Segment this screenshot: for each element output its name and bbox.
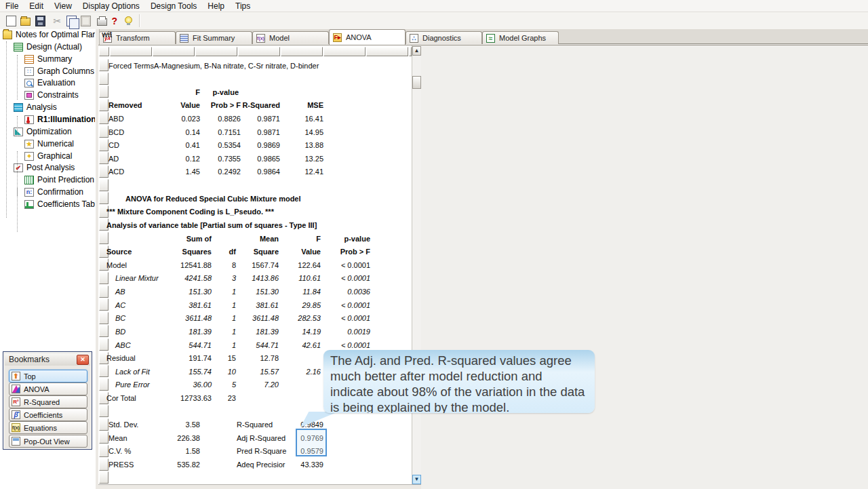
evaluation-icon bbox=[24, 79, 34, 87]
reduction-row: BCD0.140.71510.987114.95 bbox=[98, 127, 412, 138]
tree-item-coefficients-table[interactable]: Coefficients Table bbox=[24, 199, 101, 210]
report-value: < 0.0001 bbox=[282, 273, 370, 283]
bookmarks-close-button[interactable]: ✕ bbox=[77, 355, 89, 365]
tree-item-label: Summary bbox=[37, 54, 72, 64]
tree-item-constraints[interactable]: Constraints bbox=[24, 90, 79, 100]
tab-label: Diagnostics bbox=[422, 34, 461, 42]
report-value: 535.82 bbox=[112, 459, 200, 470]
report-text: A-Magnesium, B-Na nitrate, C-Sr nitrate,… bbox=[154, 60, 319, 71]
menu-view[interactable]: View bbox=[49, 1, 77, 12]
grid-column-header[interactable] bbox=[238, 47, 280, 56]
cut-icon: ✂ bbox=[54, 16, 62, 26]
tab-fit-summary[interactable]: Fit Summary bbox=[176, 31, 252, 44]
help-button[interactable]: ? bbox=[109, 14, 123, 27]
cut-button[interactable]: ✂ bbox=[51, 14, 64, 27]
model-icon: f(x) bbox=[256, 34, 265, 43]
menu-edit[interactable]: Edit bbox=[24, 1, 49, 12]
report-value: 16.41 bbox=[235, 113, 323, 124]
confirmation-icon: n: bbox=[24, 188, 34, 197]
save-button[interactable] bbox=[33, 14, 47, 27]
open-button[interactable] bbox=[18, 14, 32, 27]
print-button[interactable] bbox=[95, 14, 108, 27]
grid-column-header[interactable] bbox=[281, 47, 323, 56]
bookmark-label: ANOVA bbox=[24, 385, 50, 393]
bookmark-coefficients[interactable]: β̂Coefficients bbox=[9, 408, 87, 421]
tree-item-label: Evaluation bbox=[37, 78, 75, 87]
tree-item-label: Design (Actual) bbox=[26, 42, 82, 52]
bookmark-top[interactable]: ⬆Top bbox=[9, 370, 87, 383]
tab-anova[interactable]: F▸ANOVA bbox=[329, 29, 406, 45]
report-value: 0.0036 bbox=[282, 286, 370, 297]
new-button[interactable] bbox=[4, 14, 18, 27]
scroll-up-button[interactable]: ▲ bbox=[412, 46, 421, 56]
tab-label: Fit Summary bbox=[193, 34, 235, 42]
paste-icon bbox=[81, 16, 91, 26]
coefficients-icon: β̂ bbox=[12, 410, 20, 419]
grid-column-header[interactable] bbox=[323, 47, 366, 56]
grid-column-header[interactable] bbox=[110, 47, 152, 56]
print-icon bbox=[97, 18, 107, 26]
tree-item-summary[interactable]: Summary bbox=[24, 54, 72, 64]
menu-display-options[interactable]: Display Options bbox=[77, 1, 145, 12]
menu-tips[interactable]: Tips bbox=[230, 1, 256, 12]
tips-button[interactable] bbox=[121, 14, 135, 27]
bookmark-label: Equations bbox=[24, 424, 57, 432]
menu-bar: FileEditViewDisplay OptionsDesign ToolsH… bbox=[0, 0, 868, 12]
tree-item-label: Point Prediction bbox=[37, 175, 94, 184]
tab-label: Model Graphs bbox=[499, 34, 546, 42]
anova-icon: F▸ bbox=[333, 33, 342, 42]
scroll-thumb[interactable] bbox=[412, 76, 421, 89]
grid-row-header[interactable] bbox=[99, 179, 108, 191]
tree-item-analysis[interactable]: Analysis bbox=[14, 102, 57, 113]
grid-corner-cell[interactable] bbox=[99, 47, 109, 56]
tree-item-graphical[interactable]: ✦Graphical bbox=[24, 151, 72, 161]
tree-item-label: Graphical bbox=[37, 151, 72, 161]
anova-row: AB151.301151.3011.840.0036 bbox=[98, 286, 412, 297]
tree-item-evaluation[interactable]: Evaluation bbox=[24, 77, 75, 88]
grid-row-header[interactable] bbox=[99, 471, 108, 484]
response-icon bbox=[24, 115, 34, 124]
tree-item-label: Optimization bbox=[26, 127, 72, 136]
design-icon bbox=[14, 43, 23, 52]
bookmark-equations[interactable]: f(x)Equations bbox=[9, 421, 87, 434]
paste-button[interactable] bbox=[79, 14, 92, 27]
r-squared-icon: R² bbox=[12, 397, 20, 406]
reduction-row: ABD0.0230.88260.987116.41 bbox=[98, 113, 412, 124]
report-value: 12.41 bbox=[235, 166, 323, 177]
tab-model[interactable]: f(x)Model bbox=[252, 31, 329, 44]
reduction-header-top: Fp-value bbox=[98, 87, 412, 98]
grid-column-header[interactable] bbox=[409, 47, 412, 56]
reduction-row: CD0.410.53540.986913.88 bbox=[98, 140, 412, 151]
tree-item-point-prediction[interactable]: Point Prediction bbox=[24, 174, 94, 185]
grid-column-header[interactable] bbox=[195, 47, 237, 56]
tree-item-graph-columns[interactable]: ∷Graph Columns bbox=[24, 66, 94, 77]
tree-item-confirmation[interactable]: n:Confirmation bbox=[24, 187, 83, 197]
folder-icon bbox=[3, 31, 12, 39]
annotation-callout: The Adj. and Pred. R-squared values agre… bbox=[323, 350, 595, 413]
bookmark-r-squared[interactable]: R²R-Squared bbox=[9, 395, 87, 408]
menu-help[interactable]: Help bbox=[202, 1, 230, 12]
bookmark-anova[interactable]: ANOVA bbox=[9, 383, 87, 395]
menu-file[interactable]: File bbox=[0, 1, 24, 12]
tree-item-numerical[interactable]: ★Numerical bbox=[24, 138, 74, 149]
copy-button[interactable] bbox=[64, 14, 78, 27]
grid-column-header[interactable] bbox=[366, 47, 408, 56]
menu-design-tools[interactable]: Design Tools bbox=[145, 1, 202, 12]
tab-diagnostics[interactable]: ∴Diagnostics bbox=[406, 31, 482, 44]
new-icon bbox=[6, 16, 16, 26]
tab-strip: yλTransformFit Summaryf(x)ModelF▸ANOVA∴D… bbox=[96, 29, 868, 44]
report-value: 3.58 bbox=[112, 419, 200, 430]
bottom-strip bbox=[98, 484, 421, 489]
grid-row-header[interactable] bbox=[99, 405, 108, 417]
tree-item-post-analysis[interactable]: ✔Post Analysis bbox=[14, 162, 75, 173]
tree-item-optimization[interactable]: Optimization bbox=[14, 126, 72, 137]
grid-row-header[interactable] bbox=[99, 73, 108, 85]
tree-item-design-actual[interactable]: Design (Actual) bbox=[14, 41, 82, 52]
vertical-scrollbar[interactable]: ▲ ▼ bbox=[412, 45, 422, 485]
scroll-down-button[interactable]: ▼ bbox=[412, 475, 421, 484]
anova-report-pane: ▲ ▼ Forced TermsA-Magnesium, B-Na nitrat… bbox=[98, 45, 421, 485]
grid-column-header[interactable] bbox=[153, 47, 195, 56]
bookmark-pop-out-view[interactable]: Pop-Out View bbox=[9, 435, 87, 448]
numerical-icon: ★ bbox=[24, 140, 34, 149]
tab-model-graphs[interactable]: ≈Model Graphs bbox=[482, 31, 559, 44]
